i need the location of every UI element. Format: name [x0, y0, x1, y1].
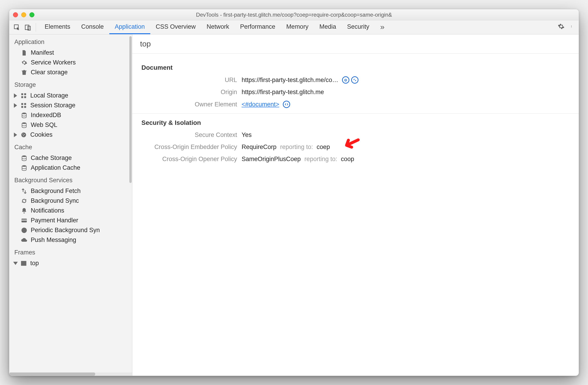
- bell-icon: [21, 207, 28, 214]
- sidebar-item-label: Manifest: [31, 49, 54, 56]
- sidebar-group-background-services: Background Services: [9, 173, 132, 186]
- svg-point-20: [22, 155, 26, 157]
- tab-memory[interactable]: Memory: [281, 20, 314, 34]
- traffic-lights: [13, 12, 34, 17]
- grid-icon: [20, 92, 27, 99]
- coep-reporting-value: coep: [316, 144, 330, 150]
- window-minimize-button[interactable]: [21, 12, 26, 17]
- tab-application[interactable]: Application: [109, 20, 150, 34]
- security-section-title: Security & Isolation: [141, 119, 569, 127]
- owner-element-link[interactable]: <#document>: [242, 101, 279, 108]
- sidebar-h-scrollbar[interactable]: [9, 372, 132, 376]
- sidebar-group-cache: Cache: [9, 140, 132, 153]
- network-icon[interactable]: [351, 76, 358, 84]
- settings-icon[interactable]: [558, 23, 565, 31]
- device-toggle-icon[interactable]: [23, 22, 33, 32]
- svg-point-3: [571, 25, 572, 26]
- db-icon: [21, 112, 28, 119]
- sidebar-item-label: Background Fetch: [31, 188, 81, 194]
- sidebar-item-top[interactable]: top: [9, 258, 132, 268]
- svg-rect-12: [21, 106, 23, 108]
- sidebar-item-label: Session Storage: [30, 102, 75, 109]
- sidebar-item-web-sql[interactable]: Web SQL: [9, 120, 132, 130]
- url-value: https://first-party-test.glitch.me/co…: [242, 77, 338, 84]
- sidebar-item-label: Clear storage: [31, 69, 68, 76]
- tab-css-overview[interactable]: CSS Overview: [150, 20, 201, 34]
- origin-value: https://first-party-test.glitch.me: [242, 89, 324, 96]
- clock-icon: [21, 227, 28, 234]
- coep-reporting-label: reporting to:: [280, 144, 313, 150]
- db-icon: [21, 165, 28, 171]
- kebab-menu-icon[interactable]: [571, 23, 573, 31]
- sidebar-item-payment-handler[interactable]: Payment Handler: [9, 215, 132, 225]
- reveal-icon[interactable]: ⊝: [342, 76, 349, 84]
- tab-security[interactable]: Security: [342, 20, 375, 34]
- window-maximize-button[interactable]: [29, 12, 34, 17]
- tab-media[interactable]: Media: [314, 20, 342, 34]
- cloud-icon: [21, 237, 28, 244]
- svg-point-16: [21, 132, 26, 137]
- svg-point-18: [24, 134, 25, 135]
- sidebar-item-label: top: [30, 260, 39, 267]
- sidebar-item-label: Web SQL: [31, 121, 57, 128]
- coop-reporting-value: coop: [341, 156, 354, 163]
- sidebar-item-session-storage[interactable]: Session Storage: [9, 101, 132, 110]
- tree-arrow-icon[interactable]: [13, 262, 18, 265]
- sidebar-item-cache-storage[interactable]: Cache Storage: [9, 153, 132, 163]
- sidebar-item-label: Local Storage: [30, 92, 68, 99]
- tree-arrow-icon[interactable]: [14, 133, 17, 137]
- gear-icon: [21, 59, 28, 66]
- sidebar-item-label: Background Sync: [31, 197, 79, 204]
- svg-rect-10: [21, 103, 23, 105]
- sidebar-scrollbar[interactable]: [129, 36, 132, 362]
- sync-icon: [21, 197, 28, 204]
- document-section-title: Document: [141, 64, 569, 71]
- window-title: DevTools - first-party-test.glitch.me/co…: [9, 12, 579, 18]
- sidebar-item-push-messaging[interactable]: Push Messaging: [9, 235, 132, 245]
- origin-label: Origin: [141, 89, 237, 96]
- main-panel: top Document URL https://first-party-tes…: [132, 34, 579, 376]
- svg-rect-7: [24, 93, 26, 95]
- sidebar-item-label: Application Cache: [31, 164, 80, 171]
- sidebar-item-clear-storage[interactable]: Clear storage: [9, 67, 132, 77]
- sidebar-item-label: Service Workers: [31, 59, 76, 66]
- svg-point-19: [23, 135, 24, 136]
- sidebar-item-notifications[interactable]: Notifications: [9, 206, 132, 215]
- sidebar-item-cookies[interactable]: Cookies: [9, 130, 132, 140]
- sidebar-item-manifest[interactable]: Manifest: [9, 48, 132, 58]
- sidebar-item-background-fetch[interactable]: Background Fetch: [9, 186, 132, 196]
- sidebar-item-local-storage[interactable]: Local Storage: [9, 91, 132, 101]
- file-icon: [21, 49, 28, 56]
- sidebar-group-storage: Storage: [9, 77, 132, 91]
- cookie-icon: [20, 131, 27, 138]
- sidebar-item-periodic-background-syn[interactable]: Periodic Background Syn: [9, 225, 132, 235]
- db-icon: [21, 122, 28, 128]
- tab-elements[interactable]: Elements: [39, 20, 76, 34]
- tab-performance[interactable]: Performance: [234, 20, 281, 34]
- svg-point-5: [571, 27, 572, 27]
- tab-network[interactable]: Network: [201, 20, 234, 34]
- db-icon: [21, 155, 28, 162]
- window-close-button[interactable]: [13, 12, 18, 17]
- url-label: URL: [141, 77, 237, 84]
- sidebar-item-background-sync[interactable]: Background Sync: [9, 196, 132, 206]
- tree-arrow-icon[interactable]: [14, 93, 17, 98]
- sidebar-item-label: Push Messaging: [31, 236, 76, 244]
- tree-arrow-icon[interactable]: [14, 103, 17, 108]
- secure-context-label: Secure Context: [141, 131, 237, 139]
- sidebar-item-label: Cache Storage: [31, 154, 72, 162]
- sidebar-item-indexeddb[interactable]: IndexedDB: [9, 110, 132, 120]
- sidebar-item-label: Periodic Background Syn: [31, 227, 100, 234]
- tabs-overflow[interactable]: »: [376, 22, 389, 32]
- svg-point-17: [22, 133, 23, 134]
- owner-element-label: Owner Element: [141, 101, 237, 108]
- inspect-element-icon[interactable]: [12, 22, 22, 32]
- svg-rect-23: [21, 220, 27, 220]
- tab-console[interactable]: Console: [76, 20, 109, 34]
- coep-value: RequireCorp: [242, 144, 276, 150]
- reveal-element-icon[interactable]: [283, 101, 290, 108]
- svg-point-21: [22, 165, 26, 167]
- sidebar-item-application-cache[interactable]: Application Cache: [9, 163, 132, 173]
- divider: [36, 23, 36, 32]
- sidebar-item-service-workers[interactable]: Service Workers: [9, 58, 132, 67]
